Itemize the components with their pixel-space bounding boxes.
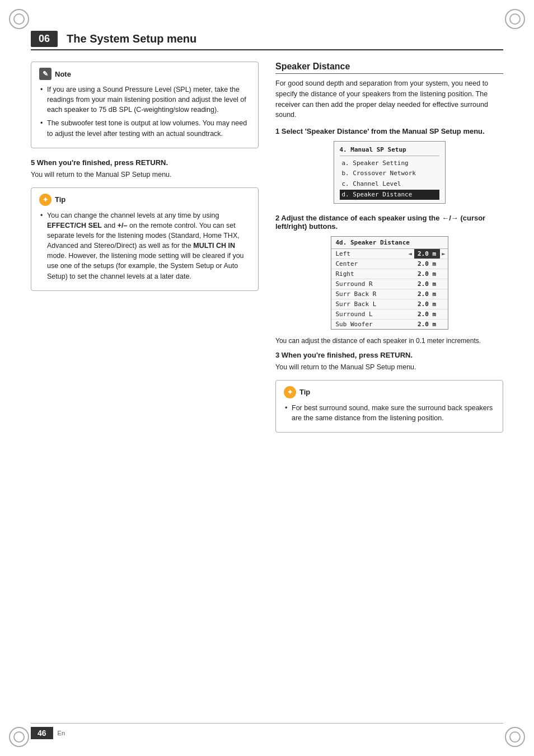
tip-label-right: Tip [299, 388, 310, 396]
dist-value-surr-r: 2.0 m [414, 279, 440, 289]
chapter-title: The System Setup menu [67, 32, 196, 45]
dist-label-left: Left [331, 249, 406, 259]
dist-label-surr-r: Surround R [331, 279, 406, 289]
note-item-1: If you are using a Sound Pressure Level … [39, 84, 250, 115]
dist-value-surr-back-l: 2.0 m [414, 299, 440, 309]
step1-block: 1 Select 'Speaker Distance' from the Man… [275, 127, 503, 204]
dist-value-surr-back-r: 2.0 m [414, 289, 440, 299]
menu-display: 4. Manual SP Setup a. Speaker Setting b.… [334, 141, 446, 204]
menu-title: 4. Manual SP Setup [340, 145, 439, 156]
speaker-distance-heading: Speaker Distance [275, 62, 503, 74]
tip-list-left: You can change the channel levels at any… [39, 210, 250, 281]
dist-value-right: 2.0 m [414, 269, 440, 279]
right-column: Speaker Distance For good sound depth an… [275, 62, 503, 443]
distance-display: 4d. Speaker Distance Left ◄ 2.0 m ► Cent… [331, 236, 448, 330]
dist-label-sub-woofer: Sub Woofer [331, 320, 406, 329]
tip-item-left-1: You can change the channel levels at any… [39, 210, 250, 281]
dist-label-surr-back-l: Surr Back L [331, 299, 406, 309]
step2-block: 2 Adjust the distance of each speaker us… [275, 214, 503, 330]
dist-row-sub-woofer: Sub Woofer 2.0 m [331, 320, 448, 329]
page-lang: En [58, 730, 65, 736]
corner-decoration-tr [502, 6, 528, 32]
increment-note: You can adjust the distance of each spea… [275, 336, 503, 346]
page-number: 46 [31, 727, 53, 739]
note-list: If you are using a Sound Pressure Level … [39, 84, 250, 139]
dist-arrow-left-left: ◄ [406, 250, 414, 257]
corner-decoration-br [502, 724, 528, 750]
note-label: Note [55, 70, 71, 78]
note-box: ✎ Note If you are using a Sound Pressure… [31, 62, 259, 148]
tip-header-right: ✦ Tip [284, 386, 495, 398]
menu-item-speaker-setting: a. Speaker Setting [340, 158, 439, 169]
dist-row-center: Center 2.0 m [331, 259, 448, 269]
corner-decoration-bl [6, 724, 32, 750]
content-area: ✎ Note If you are using a Sound Pressure… [31, 62, 503, 443]
step2-heading: 2 Adjust the distance of each speaker us… [275, 214, 503, 231]
speaker-distance-intro: For good sound depth and separation from… [275, 78, 503, 120]
tip-icon-right: ✦ [284, 386, 296, 398]
corner-decoration-tl [6, 6, 32, 32]
dist-row-surr-back-r: Surr Back R 2.0 m [331, 289, 448, 299]
step1-heading: 1 Select 'Speaker Distance' from the Man… [275, 127, 503, 135]
step5-text: You will return to the Manual SP Setup m… [31, 170, 259, 180]
step2-heading-text: 2 Adjust the distance of each speaker us… [275, 214, 485, 231]
dist-value-center: 2.0 m [414, 259, 440, 269]
page-header: 06 The System Setup menu [31, 31, 503, 50]
note-item-2: The subwoofer test tone is output at low… [39, 118, 250, 138]
tip-item-right-1: For best surround sound, make sure the s… [284, 403, 495, 423]
tip-box-right: ✦ Tip For best surround sound, make sure… [275, 380, 503, 433]
dist-row-right: Right 2.0 m [331, 269, 448, 279]
dist-label-right: Right [331, 269, 406, 279]
distance-title: 4d. Speaker Distance [331, 237, 448, 249]
dist-row-surr-l: Surround L 2.0 m [331, 309, 448, 320]
dist-value-surr-l: 2.0 m [414, 309, 440, 319]
tip-box-left: ✦ Tip You can change the channel levels … [31, 187, 259, 291]
step3-block: 3 When you're finished, press RETURN. Yo… [275, 351, 503, 372]
tip-header-left: ✦ Tip [39, 194, 250, 206]
tip-label-left: Tip [55, 195, 65, 204]
dist-arrow-right-left: ► [440, 250, 448, 257]
menu-item-channel-level: c. Channel Level [340, 179, 439, 190]
page-footer: 46 En [31, 723, 503, 739]
menu-item-speaker-distance: d. Speaker Distance [340, 190, 439, 200]
step5-block: 5 When you're finished, press RETURN. Yo… [31, 158, 259, 180]
chapter-number: 06 [31, 31, 58, 47]
step3-text: You will return to the Manual SP Setup m… [275, 362, 503, 372]
dist-value-sub-woofer: 2.0 m [414, 320, 440, 329]
dist-label-center: Center [331, 259, 406, 269]
note-icon: ✎ [39, 68, 51, 80]
note-header: ✎ Note [39, 68, 250, 80]
dist-label-surr-l: Surround L [331, 309, 406, 319]
tip-icon-left: ✦ [39, 194, 51, 206]
tip-list-right: For best surround sound, make sure the s… [284, 403, 495, 423]
dist-label-surr-back-r: Surr Back R [331, 289, 406, 299]
dist-row-surr-r: Surround R 2.0 m [331, 279, 448, 289]
menu-item-crossover: b. Crossover Network [340, 168, 439, 179]
dist-value-left: 2.0 m [414, 249, 440, 259]
step3-heading: 3 When you're finished, press RETURN. [275, 351, 503, 359]
dist-row-surr-back-l: Surr Back L 2.0 m [331, 299, 448, 309]
left-column: ✎ Note If you are using a Sound Pressure… [31, 62, 259, 443]
step5-heading: 5 When you're finished, press RETURN. [31, 158, 259, 167]
dist-row-left: Left ◄ 2.0 m ► [331, 249, 448, 259]
